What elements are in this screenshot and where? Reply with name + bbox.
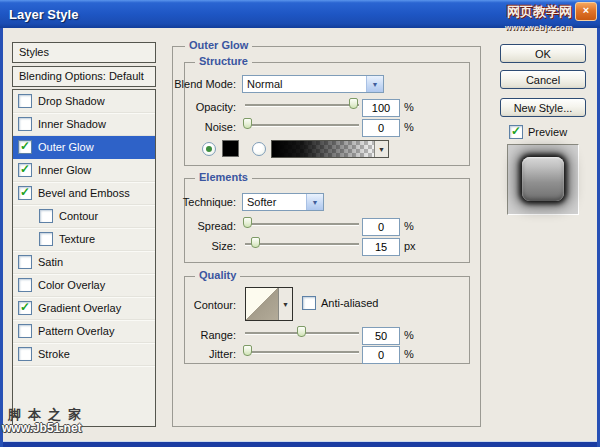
range-input[interactable] [362, 327, 400, 345]
layer-style-dialog: Layer Style 网页教学网 × www.webjx.com Styles… [0, 0, 600, 447]
checkbox-icon[interactable] [18, 347, 32, 361]
checkbox-icon[interactable] [18, 186, 32, 200]
spread-input[interactable] [362, 218, 400, 236]
color-radio[interactable] [202, 142, 216, 156]
blend-mode-select[interactable]: Normal ▼ [242, 75, 384, 93]
chevron-down-icon[interactable]: ▼ [366, 76, 383, 92]
cancel-button[interactable]: Cancel [500, 70, 586, 89]
gradient-radio[interactable] [252, 142, 266, 156]
structure-group: Structure Blend Mode: Normal ▼ Opacity: … [184, 62, 470, 166]
panel-title: Outer Glow [185, 39, 252, 51]
checkbox-icon[interactable] [18, 140, 32, 154]
quality-group: Quality Contour: ▼ Anti-aliased Range: %… [184, 276, 470, 364]
jitter-input[interactable] [362, 346, 400, 364]
technique-label: Technique: [183, 196, 236, 208]
sidebar-item-label: Drop Shadow [38, 95, 105, 107]
size-label: Size: [212, 240, 236, 252]
contour-label: Contour: [194, 299, 236, 311]
spread-unit: % [404, 220, 414, 232]
checkbox-icon[interactable] [18, 94, 32, 108]
opacity-slider-track[interactable] [245, 104, 359, 107]
technique-value: Softer [243, 194, 306, 210]
opacity-label: Opacity: [196, 101, 236, 113]
spread-slider-thumb[interactable] [243, 217, 252, 228]
jitter-slider-thumb[interactable] [243, 345, 252, 356]
chevron-down-icon[interactable]: ▼ [278, 288, 292, 320]
noise-slider-track[interactable] [245, 124, 359, 127]
jitter-unit: % [404, 348, 414, 360]
sidebar-item-inner-shadow[interactable]: Inner Shadow [13, 113, 155, 136]
opacity-slider[interactable] [245, 98, 359, 110]
checkbox-icon[interactable] [18, 255, 32, 269]
sidebar-item-pattern-overlay[interactable]: Pattern Overlay [13, 320, 155, 343]
sidebar-item-outer-glow[interactable]: Outer Glow [13, 136, 155, 159]
quality-group-title: Quality [195, 269, 240, 281]
noise-unit: % [404, 121, 414, 133]
sidebar-item-label: Texture [59, 233, 95, 245]
noise-label: Noise: [205, 121, 236, 133]
gradient-preview[interactable] [272, 141, 374, 157]
technique-select[interactable]: Softer ▼ [242, 193, 324, 211]
gradient-picker[interactable]: ▼ [271, 140, 389, 158]
range-slider-thumb[interactable] [297, 326, 306, 337]
range-slider[interactable] [245, 326, 359, 338]
opacity-slider-thumb[interactable] [349, 98, 358, 109]
sidebar-item-blending-options[interactable]: Blending Options: Default [12, 66, 156, 87]
opacity-unit: % [404, 101, 414, 113]
sidebar-item-drop-shadow[interactable]: Drop Shadow [13, 90, 155, 113]
footer-watermark-url: www.Jb51.net [2, 421, 82, 435]
spread-slider[interactable] [245, 217, 359, 229]
sidebar-item-stroke[interactable]: Stroke [13, 343, 155, 366]
sidebar-item-satin[interactable]: Satin [13, 251, 155, 274]
noise-slider[interactable] [245, 118, 359, 130]
new-style-button[interactable]: New Style... [500, 98, 586, 117]
sidebar-item-gradient-overlay[interactable]: Gradient Overlay [13, 297, 155, 320]
checkbox-icon[interactable] [18, 301, 32, 315]
sidebar-item-inner-glow[interactable]: Inner Glow [13, 159, 155, 182]
sidebar-item-label: Contour [59, 210, 98, 222]
contour-picker[interactable]: ▼ [245, 287, 293, 321]
size-slider[interactable] [245, 237, 359, 249]
glow-color-swatch[interactable] [222, 140, 239, 157]
noise-slider-thumb[interactable] [243, 118, 252, 129]
checkbox-icon[interactable] [18, 117, 32, 131]
antialiased-label: Anti-aliased [321, 297, 378, 309]
spread-label: Spread: [197, 220, 236, 232]
antialiased-option[interactable]: Anti-aliased [302, 296, 378, 310]
preview-checkbox[interactable] [509, 125, 523, 139]
sidebar-item-bevel-and-emboss[interactable]: Bevel and Emboss [13, 182, 155, 205]
jitter-slider-track[interactable] [245, 351, 359, 354]
structure-group-title: Structure [195, 55, 252, 67]
noise-input[interactable] [362, 119, 400, 137]
checkbox-icon[interactable] [18, 163, 32, 177]
contour-thumbnail[interactable] [246, 288, 278, 320]
watermark-site-name: 网页教学网 [507, 5, 572, 18]
sidebar-item-color-overlay[interactable]: Color Overlay [13, 274, 155, 297]
jitter-slider[interactable] [245, 345, 359, 357]
opacity-input[interactable] [362, 99, 400, 117]
size-slider-track[interactable] [245, 243, 359, 246]
sidebar-item-contour[interactable]: Contour [13, 205, 155, 228]
chevron-down-icon[interactable]: ▼ [306, 194, 323, 210]
range-unit: % [404, 329, 414, 341]
spread-slider-track[interactable] [245, 223, 359, 226]
close-icon[interactable]: × [575, 2, 597, 21]
size-unit: px [404, 240, 416, 252]
ok-button[interactable]: OK [500, 44, 586, 63]
checkbox-icon[interactable] [18, 278, 32, 292]
sidebar-item-label: Satin [38, 256, 63, 268]
checkbox-icon[interactable] [39, 232, 53, 246]
checkbox-icon[interactable] [18, 324, 32, 338]
watermark-site-url: www.webjx.com [505, 21, 573, 34]
size-input[interactable] [362, 238, 400, 256]
checkbox-icon[interactable] [39, 209, 53, 223]
titlebar-watermark: 网页教学网 × www.webjx.com [505, 2, 597, 34]
size-slider-thumb[interactable] [251, 237, 260, 248]
sidebar-item-label: Inner Glow [38, 164, 91, 176]
preview-option[interactable]: Preview [509, 125, 567, 139]
elements-group: Elements Technique: Softer ▼ Spread: % S… [184, 178, 470, 263]
chevron-down-icon[interactable]: ▼ [374, 141, 388, 157]
antialiased-checkbox[interactable] [302, 296, 316, 310]
sidebar-item-texture[interactable]: Texture [13, 228, 155, 251]
styles-list: Drop ShadowInner ShadowOuter GlowInner G… [12, 89, 156, 427]
